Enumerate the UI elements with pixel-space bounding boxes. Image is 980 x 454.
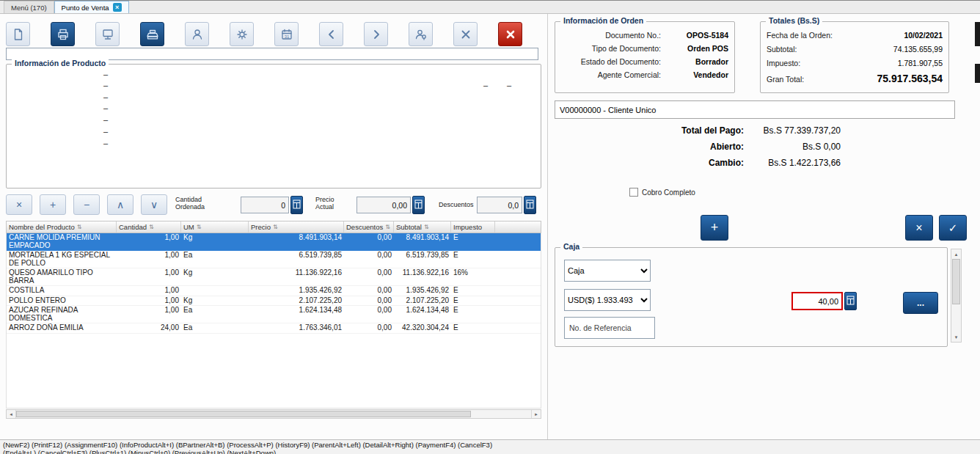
qty-calculator-button[interactable]	[290, 196, 303, 214]
scroll-down-icon[interactable]: ▾	[951, 332, 961, 342]
new-document-button[interactable]	[6, 22, 30, 46]
cash-panel-title: Caja	[560, 242, 582, 251]
scrollbar-thumb[interactable]	[952, 259, 960, 304]
payment-method-select[interactable]: Caja	[564, 260, 651, 282]
column-header-discounts[interactable]: Descuentos⇅	[344, 221, 394, 233]
business-partner-button[interactable]	[185, 22, 209, 46]
tab-menu[interactable]: Menú (170)	[4, 1, 54, 13]
move-up-button[interactable]: ∧	[107, 194, 134, 215]
tab-pos-label: Punto de Venta	[62, 4, 109, 12]
cell-filler	[495, 233, 541, 250]
price-calculator-button[interactable]	[412, 196, 425, 214]
pos-terminal-button[interactable]	[95, 22, 120, 46]
payment-total-label: Total del Pago:	[628, 125, 751, 136]
cell-qty: 1,00	[117, 306, 181, 323]
cell-price: 8.491.903,14	[249, 233, 344, 250]
calendar-button[interactable]: 31	[274, 22, 299, 46]
next-record-button[interactable]	[364, 22, 388, 46]
current-price-input[interactable]	[356, 197, 411, 213]
payment-open-value: Bs.S 0,00	[751, 142, 841, 152]
scrollbar-track[interactable]	[471, 410, 531, 418]
table-row[interactable]: COSTILLA1,001.935.426,920,001.935.426,92…	[7, 286, 541, 296]
column-header-subtotal[interactable]: Subtotal⇅	[394, 221, 451, 233]
cell-tax: E	[451, 286, 495, 296]
cell-qty: 1,00	[117, 251, 181, 268]
chevron-left-icon	[325, 28, 338, 41]
table-row[interactable]: CARNE MOLIDA PREMIUN EMPACADO1,00Kg8.491…	[7, 233, 541, 251]
sort-icon[interactable]: ⇅	[197, 224, 202, 230]
grand-total-label: Gran Total:	[767, 75, 804, 84]
table-row[interactable]: MORTADELA 1 KG ESPECIAL DE POLLO1,00Ea6.…	[7, 251, 541, 268]
more-options-button[interactable]: ...	[903, 292, 938, 314]
document-status-label: Estado del Documento:	[561, 57, 667, 66]
column-header-qty[interactable]: Cantidad⇅	[117, 221, 181, 233]
delete-line-button[interactable]: ×	[6, 194, 32, 215]
scrollbar-track[interactable]	[951, 304, 961, 332]
product-info-field-value: –	[507, 81, 511, 89]
table-row[interactable]: AZUCAR REFINADA DOMESTICA1,00Ea1.624.134…	[7, 306, 541, 323]
cell-subtotal: 42.320.304,24	[394, 323, 451, 333]
scroll-right-icon[interactable]: ▸	[531, 410, 541, 418]
tab-close-icon[interactable]: ×	[113, 3, 122, 12]
add-payment-button[interactable]: +	[701, 215, 728, 241]
subtotal-label: Subtotal:	[767, 45, 797, 54]
table-row[interactable]: POLLO ENTERO1,00Kg2.107.225,200,002.107.…	[7, 296, 541, 307]
document-type-value: Orden POS	[667, 44, 728, 53]
full-payment-label: Cobro Completo	[642, 188, 695, 197]
print-button[interactable]	[51, 22, 75, 46]
full-payment-checkbox[interactable]	[629, 188, 638, 197]
confirm-payment-button[interactable]: ✓	[939, 215, 967, 241]
move-down-button[interactable]: ∨	[141, 194, 167, 215]
product-info-field-value: –	[103, 127, 108, 136]
cancel-payment-button[interactable]: ×	[905, 215, 933, 241]
ellipsis-icon: ...	[917, 298, 924, 308]
column-header-price[interactable]: Precio⇅	[249, 221, 344, 233]
table-row[interactable]: QUESO AMARILLO TIPO BARRA1,00Kg11.136.92…	[7, 268, 541, 286]
horizontal-scrollbar[interactable]: ◂ ▸	[6, 409, 541, 419]
previous-record-button[interactable]	[319, 22, 343, 46]
scroll-left-icon[interactable]: ◂	[7, 410, 16, 418]
table-row[interactable]: ARROZ DOÑA EMILIA24,00Ea1.763.346,010,00…	[7, 323, 541, 334]
column-header-product[interactable]: Nombre del Producto⇅	[7, 221, 117, 233]
currency-select[interactable]: USD($) 1.933.493	[564, 289, 651, 311]
sort-icon[interactable]: ⇅	[77, 224, 82, 230]
add-line-button[interactable]: +	[40, 194, 66, 215]
cell-discount: 0,00	[344, 268, 394, 285]
column-header-tax[interactable]: Impuesto	[451, 221, 495, 233]
chevron-down-icon: ∨	[150, 199, 158, 210]
sort-icon[interactable]: ⇅	[149, 224, 154, 230]
tab-punto-de-venta[interactable]: Punto de Venta ×	[54, 1, 129, 13]
sales-rep-button[interactable]	[409, 22, 433, 46]
gear-icon	[235, 28, 249, 41]
cell-filler	[495, 296, 541, 306]
column-header-um[interactable]: UM⇅	[181, 221, 249, 233]
product-info-panel: Información de Producto – – – – – – – – …	[6, 64, 541, 188]
cell-filler	[495, 268, 541, 285]
sort-icon[interactable]: ⇅	[385, 224, 390, 230]
discount-calculator-button[interactable]	[524, 196, 536, 214]
reference-no-input[interactable]	[564, 317, 655, 339]
cell-price: 2.107.225,20	[249, 296, 344, 306]
sort-icon[interactable]: ⇅	[273, 224, 278, 230]
minus-line-button[interactable]: −	[73, 194, 100, 215]
cancel-button[interactable]	[453, 22, 478, 46]
customer-input[interactable]	[555, 100, 955, 119]
cell-product: COSTILLA	[7, 286, 117, 296]
payment-amount-input[interactable]	[791, 292, 843, 310]
exit-button[interactable]	[498, 22, 522, 46]
discounts-input[interactable]	[477, 197, 522, 213]
cell-um: Ea	[181, 306, 249, 323]
qty-ordered-input[interactable]	[241, 197, 289, 213]
preferences-button[interactable]	[230, 22, 254, 46]
scrollbar-thumb[interactable]	[16, 411, 471, 417]
cell-filler	[495, 251, 541, 268]
cell-qty: 1,00	[117, 233, 181, 250]
vertical-scrollbar[interactable]: ▴ ▾	[951, 249, 962, 343]
sort-icon[interactable]: ⇅	[424, 224, 429, 230]
product-info-field-value: –	[483, 81, 488, 89]
cash-panel: Caja Caja USD($) 1.933.493 ...	[555, 247, 948, 347]
sales-agent-value: Vendedor	[667, 70, 728, 79]
scroll-up-icon[interactable]: ▴	[951, 249, 961, 259]
amount-calculator-button[interactable]	[844, 292, 857, 310]
cash-register-button[interactable]	[140, 22, 164, 46]
